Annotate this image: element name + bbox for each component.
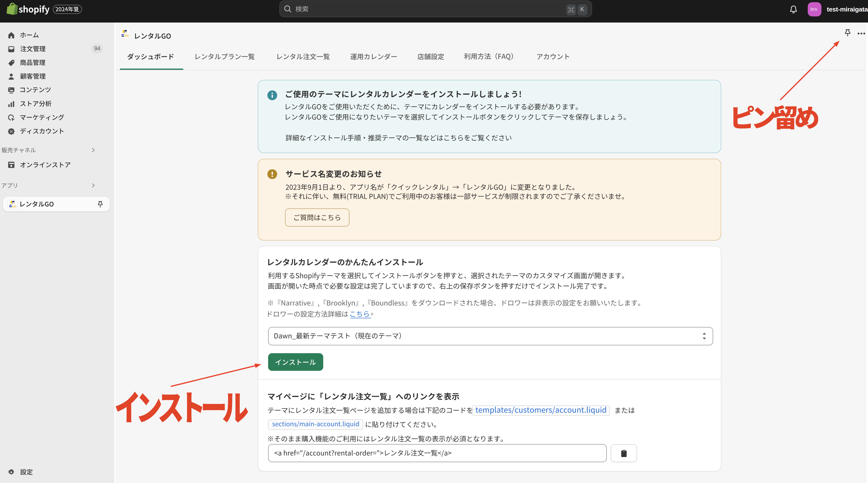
svg-text:GO: GO [12, 205, 17, 208]
svg-text:GO: GO [124, 34, 129, 37]
